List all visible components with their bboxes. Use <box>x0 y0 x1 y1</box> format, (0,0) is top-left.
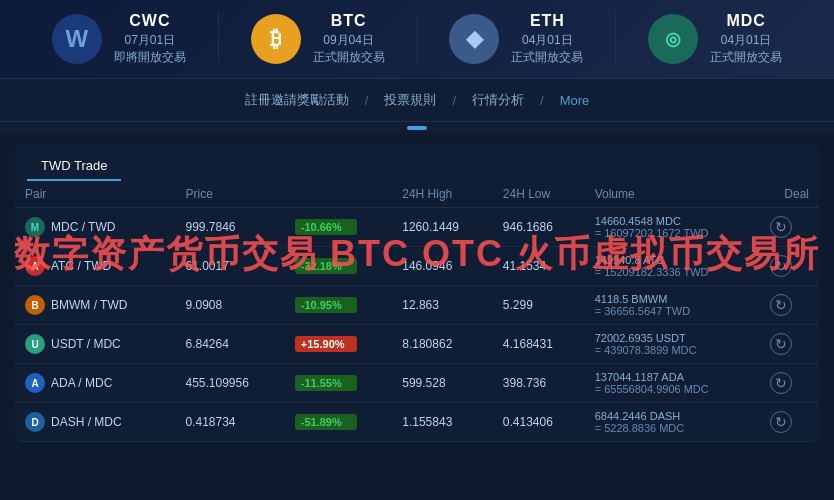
change-badge-5: -51.89% <box>295 414 357 430</box>
table-row: B BMWM / TWD 9.0908 -10.95% 12.863 5.299… <box>15 286 819 325</box>
vol-line2-0: = 16097202.1672 TWD <box>595 227 751 239</box>
deal-button-4[interactable]: ↻ <box>770 372 792 394</box>
col-low: 24H Low <box>493 181 585 208</box>
pair-label-4: ADA / MDC <box>51 376 112 390</box>
coin-date-mdc: 04月01日 <box>710 32 782 49</box>
vol-line1-5: 6844.2446 DASH <box>595 410 751 422</box>
cell-pair-4: A ADA / MDC <box>15 364 175 403</box>
coin-card-mdc[interactable]: ◎ MDC 04月01日 正式開放交易 <box>615 12 814 66</box>
cell-pair-1: A ATC / TWD <box>15 247 175 286</box>
change-badge-3: +15.90% <box>295 336 357 352</box>
nav-item-3[interactable]: More <box>556 91 594 110</box>
cell-volume-3: 72002.6935 USDT = 439078.3899 MDC <box>585 325 761 364</box>
cell-high-3: 8.180862 <box>392 325 493 364</box>
pair-label-1: ATC / TWD <box>51 259 111 273</box>
pair-icon-3: U <box>25 334 45 354</box>
cell-price-5: 0.418734 <box>175 403 284 442</box>
pair-label-2: BMWM / TWD <box>51 298 127 312</box>
coin-name-mdc: MDC <box>710 12 782 30</box>
nav-sep-0: / <box>365 93 369 108</box>
cell-pair-5: D DASH / MDC <box>15 403 175 442</box>
pagination-dot <box>407 126 427 130</box>
cell-low-2: 5.299 <box>493 286 585 325</box>
main-content: TWD Trade Pair Price 24H High 24H Low Vo… <box>0 134 834 474</box>
coin-name-cwc: CWC <box>114 12 186 30</box>
vol-line1-1: 149940.8 ATC <box>595 254 751 266</box>
deal-button-3[interactable]: ↻ <box>770 333 792 355</box>
deal-button-2[interactable]: ↻ <box>770 294 792 316</box>
cell-low-5: 0.413406 <box>493 403 585 442</box>
nav-item-1[interactable]: 投票規則 <box>380 89 440 111</box>
coin-icon-eth: ◆ <box>449 14 499 64</box>
vol-line1-2: 4118.5 BMWM <box>595 293 751 305</box>
cell-price-4: 455.109956 <box>175 364 284 403</box>
cell-high-4: 599.528 <box>392 364 493 403</box>
cell-pair-0: M MDC / TWD <box>15 208 175 247</box>
cell-change-0: -10.66% <box>285 208 392 247</box>
cell-deal-1: ↻ <box>760 247 819 286</box>
pair-label-5: DASH / MDC <box>51 415 122 429</box>
coin-name-eth: ETH <box>511 12 583 30</box>
cell-change-5: -51.89% <box>285 403 392 442</box>
pair-label-0: MDC / TWD <box>51 220 115 234</box>
cell-high-2: 12.863 <box>392 286 493 325</box>
pair-icon-2: B <box>25 295 45 315</box>
col-price: Price <box>175 181 284 208</box>
nav-item-0[interactable]: 註冊邀請獎勵活動 <box>241 89 353 111</box>
coin-info-mdc: MDC 04月01日 正式開放交易 <box>710 12 782 66</box>
nav-sep-2: / <box>540 93 544 108</box>
cell-price-2: 9.0908 <box>175 286 284 325</box>
vol-line2-5: = 5228.8836 MDC <box>595 422 751 434</box>
cell-pair-3: U USDT / MDC <box>15 325 175 364</box>
change-badge-0: -10.66% <box>295 219 357 235</box>
cell-deal-2: ↻ <box>760 286 819 325</box>
cell-pair-2: B BMWM / TWD <box>15 286 175 325</box>
cell-high-1: 146.0946 <box>392 247 493 286</box>
table-row: D DASH / MDC 0.418734 -51.89% 1.155843 0… <box>15 403 819 442</box>
cell-volume-4: 137044.1187 ADA = 65556804.9906 MDC <box>585 364 761 403</box>
pair-icon-5: D <box>25 412 45 432</box>
change-badge-2: -10.95% <box>295 297 357 313</box>
coin-card-eth[interactable]: ◆ ETH 04月01日 正式開放交易 <box>417 12 616 66</box>
cell-high-0: 1260.1449 <box>392 208 493 247</box>
deal-button-5[interactable]: ↻ <box>770 411 792 433</box>
deal-button-1[interactable]: ↻ <box>770 255 792 277</box>
coin-date-eth: 04月01日 <box>511 32 583 49</box>
vol-line2-2: = 36656.5647 TWD <box>595 305 751 317</box>
coin-status-mdc: 正式開放交易 <box>710 49 782 66</box>
coin-info-btc: BTC 09月04日 正式開放交易 <box>313 12 385 66</box>
tab-twd-trade[interactable]: TWD Trade <box>27 152 121 181</box>
coin-icon-btc: ₿ <box>251 14 301 64</box>
coin-card-btc[interactable]: ₿ BTC 09月04日 正式開放交易 <box>218 12 417 66</box>
cell-low-4: 398.736 <box>493 364 585 403</box>
cell-deal-3: ↻ <box>760 325 819 364</box>
vol-line1-4: 137044.1187 ADA <box>595 371 751 383</box>
cell-high-5: 1.155843 <box>392 403 493 442</box>
cell-change-3: +15.90% <box>285 325 392 364</box>
coin-icon-mdc: ◎ <box>648 14 698 64</box>
cell-deal-5: ↻ <box>760 403 819 442</box>
nav-item-2[interactable]: 行情分析 <box>468 89 528 111</box>
coin-date-btc: 09月04日 <box>313 32 385 49</box>
pair-icon-4: A <box>25 373 45 393</box>
cell-change-2: -10.95% <box>285 286 392 325</box>
tab-row: TWD Trade <box>15 144 819 181</box>
col-deal: Deal <box>760 181 819 208</box>
vol-line2-3: = 439078.3899 MDC <box>595 344 751 356</box>
coin-status-eth: 正式開放交易 <box>511 49 583 66</box>
table-row: U USDT / MDC 6.84264 +15.90% 8.180862 4.… <box>15 325 819 364</box>
table-container: TWD Trade Pair Price 24H High 24H Low Vo… <box>15 144 819 442</box>
cell-price-0: 999.7846 <box>175 208 284 247</box>
col-high: 24H High <box>392 181 493 208</box>
deal-button-0[interactable]: ↻ <box>770 216 792 238</box>
pair-icon-0: M <box>25 217 45 237</box>
trade-table: Pair Price 24H High 24H Low Volume Deal … <box>15 181 819 442</box>
coin-status-cwc: 即將開放交易 <box>114 49 186 66</box>
change-badge-4: -11.55% <box>295 375 357 391</box>
table-row: A ADA / MDC 455.109956 -11.55% 599.528 3… <box>15 364 819 403</box>
coin-card-cwc[interactable]: W CWC 07月01日 即將開放交易 <box>20 12 218 66</box>
cell-volume-5: 6844.2446 DASH = 5228.8836 MDC <box>585 403 761 442</box>
cell-price-3: 6.84264 <box>175 325 284 364</box>
col-volume: Volume <box>585 181 761 208</box>
coin-name-btc: BTC <box>313 12 385 30</box>
